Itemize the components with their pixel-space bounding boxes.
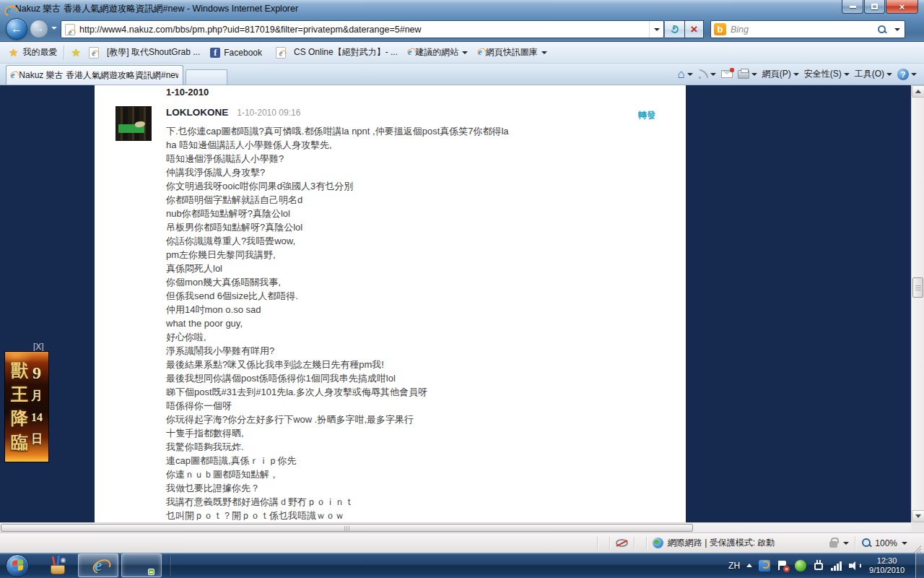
close-icon: × [899,2,905,12]
message-line: 最後我想同你講個post係唔係得你1個同我串先搞成咁lol [166,371,664,385]
show-desktop-button[interactable] [915,553,924,578]
network-signal-icon[interactable] [831,561,842,571]
message-line: pm左你幾日先黎同我講野, [166,248,664,262]
message-line: 唔知邊個淨係識話人小學雞? [166,152,664,165]
start-button[interactable] [6,554,29,577]
browser-window: e Nakuz 樂古 香港人氣網遊攻略資訊網#new - Windows Int… [0,0,924,578]
update-tray-icon[interactable] [759,560,770,571]
scroll-down-button[interactable] [912,510,924,522]
vertical-scrollbar-thumb[interactable] [912,277,923,298]
volume-icon[interactable] [848,560,860,571]
address-url[interactable]: http://www4.nakuz.com/bbs/pm.php?uid=817… [79,25,649,35]
minimize-button[interactable] [842,0,863,14]
language-indicator[interactable]: ZH [728,561,740,571]
forward-button[interactable]: → [30,20,48,38]
search-options-dropdown[interactable] [894,28,900,31]
ad-close-button[interactable]: [X] [33,342,44,352]
horizontal-scrollbar[interactable] [0,522,911,532]
page-viewport: [X] 獸王降臨 9 月 14 日 1-10-2010 LOKLOKONE 1-… [0,85,924,532]
title-bar: e Nakuz 樂古 香港人氣網遊攻略資訊網#new - Windows Int… [0,0,924,17]
message-line: 最後結果系點?咪又係比我串到諗左幾日先有種pm我! [166,358,664,371]
message-line: 我講冇意義既野都好過你講ｄ野冇ｐｏｉｎｔ [166,495,664,509]
ie-page-icon: e [276,47,286,59]
message-line: 淨系識鬧我小學雞有咩用? [166,344,664,358]
taskbar-clock[interactable]: 12:30 9/10/2010 [869,556,905,575]
favorites-item-suggested-sites[interactable]: e 建議的網站 [408,46,468,59]
search-placeholder[interactable]: Bing [731,25,877,35]
cup-icon [51,565,65,574]
avatar[interactable] [116,106,152,141]
tools-menu[interactable]: 工具(O) [855,68,892,80]
message-line: 你文明過我呀ooic咁你同果d強國人3有乜分別 [166,179,664,193]
magnifier-icon [61,558,66,563]
tab-bar: e Nakuz 樂古 香港人氣網遊攻略資訊網#new ⌂ 網頁(P) 安全性(S… [0,64,924,85]
close-button[interactable]: × [886,0,918,14]
divider [634,537,635,550]
resize-grip[interactable] [912,543,921,553]
message-line: 乜叫開ｐｏｔ？開ｐｏｔ係乜我唔識ｗｏｗ [166,509,664,522]
ie-icon: e [478,47,481,58]
favorites-label[interactable]: 我的最愛 [22,46,57,59]
rss-icon [698,69,708,79]
stop-button[interactable]: × [685,20,704,38]
taskbar: e ZH × 12:30 9/10/2010 [0,553,924,578]
chevron-down-icon [710,73,716,76]
ie-logo-icon: e [6,4,11,16]
safety-menu[interactable]: 安全性(S) [804,68,850,80]
clock-time: 12:30 [869,556,905,566]
message-line: 唔係得你一個呀 [166,399,664,413]
help-icon: ? [897,69,909,80]
print-button[interactable] [738,70,757,79]
refresh-button[interactable] [665,20,685,38]
zoom-level[interactable]: 100% [875,538,897,548]
search-input[interactable]: b Bing [710,20,905,38]
power-plug-icon[interactable] [813,560,824,571]
pm-author-name[interactable]: LOKLOKONE [166,107,228,118]
add-to-favorites-bar-icon[interactable]: ★ [71,46,80,59]
page-favicon-icon: e [65,24,75,35]
show-hidden-icons-button[interactable] [746,564,752,567]
favorites-item-web-slice-gallery[interactable]: e 網頁快訊圖庫 [478,46,546,59]
home-button[interactable]: ⌂ [677,68,692,80]
ad-banner[interactable]: 獸王降臨 9 月 14 日 [4,351,49,462]
address-bar[interactable]: e http://www4.nakuz.com/bbs/pm.php?uid=8… [61,20,664,38]
tab-nakuz[interactable]: e Nakuz 樂古 香港人氣網遊攻略資訊網#new [6,65,183,85]
action-center-icon[interactable]: × [777,560,788,571]
navigation-bar: ← → e http://www4.nakuz.com/bbs/pm.php?u… [0,17,924,42]
message-line: 你都唔明個字點解就話自己明名d [166,193,664,207]
help-menu[interactable]: ? [897,69,917,80]
read-mail-button[interactable] [721,70,733,78]
feeds-button[interactable] [698,69,716,79]
tab-title: Nakuz 樂古 香港人氣網遊攻略資訊網#new [19,69,178,82]
taskbar-messenger-button[interactable] [121,553,162,577]
page-menu[interactable]: 網頁(P) [762,68,799,80]
minimize-icon [850,6,856,8]
taskbar-ie-button[interactable]: e [78,553,118,577]
horizontal-scrollbar-thumb[interactable] [1,524,693,532]
chevron-down-icon [541,51,547,54]
pencil-cup-app-button[interactable] [48,556,68,575]
zoom-dropdown[interactable] [902,542,907,545]
back-button[interactable]: ← [6,18,27,40]
favorites-item-csonline[interactable]: e CS Online【絕對武力】- ... [272,46,398,59]
new-tab-button[interactable] [186,69,227,85]
scrollbar-corner [911,522,924,532]
message-line: 你連ｎｕｂ圖都唔知點解， [166,467,664,481]
mail-icon [721,70,733,78]
favorites-item-facebook[interactable]: f Facebook [210,48,262,58]
message-line: 仲講我淨係識人身攻擊? [166,165,664,179]
forward-link[interactable]: 轉發 [638,109,655,121]
recent-pages-dropdown[interactable] [51,27,57,30]
address-history-dropdown[interactable] [649,21,663,38]
search-icon[interactable] [877,25,887,35]
message-line: 吊板男你都唔知點解呀?真陰公lol [166,220,664,234]
scroll-up-button[interactable] [912,85,924,98]
message-line: 連cap圖都唔識,真係ｒｉｐ你先 [166,454,664,467]
maximize-button[interactable] [864,0,885,14]
green-status-tray-icon[interactable] [795,560,806,571]
vertical-scrollbar[interactable] [911,85,924,522]
zone-dropdown[interactable] [843,542,849,545]
pm-date-header: 1-10-2010 [166,87,209,98]
favorites-item-shoutgrab[interactable]: e [教學] 取代ShoutGrab ... [85,46,200,59]
pm-timestamp: 1-10-2010 09:16 [237,108,300,118]
